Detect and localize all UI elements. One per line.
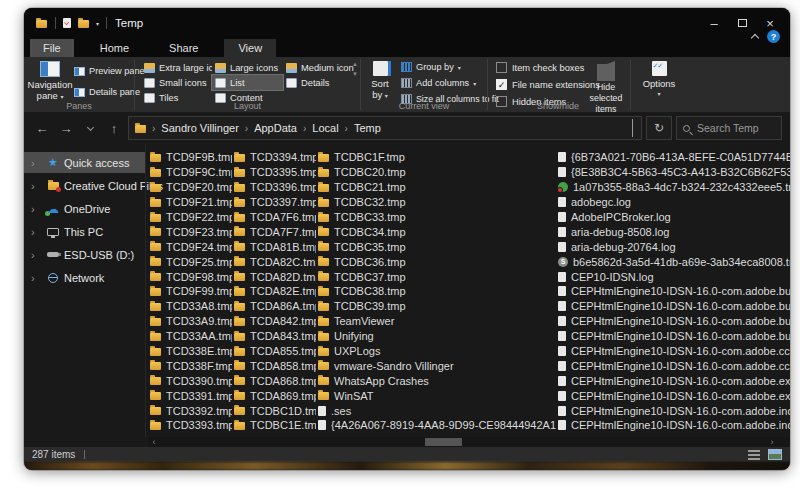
scroll-right-icon[interactable]: › <box>766 437 778 447</box>
properties-icon[interactable] <box>63 18 71 28</box>
list-item[interactable]: TCD9F25.tmp <box>150 254 232 269</box>
list-item[interactable]: .ses <box>318 403 556 418</box>
chevron-right-icon[interactable]: › <box>31 180 45 192</box>
address-dropdown-icon[interactable] <box>632 119 633 137</box>
file-list[interactable]: TCD9F9B.tmpTCD9F9C.tmpTCD9F20.tmpTCD9F21… <box>146 144 790 437</box>
breadcrumb-segment-temp[interactable]: Temp <box>354 122 381 134</box>
list-item[interactable]: TCD3390.tmp <box>150 373 232 388</box>
minimize-button[interactable]: – <box>700 11 728 35</box>
layout-option-large-icons[interactable]: Large icons <box>212 60 283 75</box>
list-item[interactable]: TCD9F98.tmp <box>150 269 232 284</box>
breadcrumb[interactable]: › Sandro Villinger›AppData›Local›Temp <box>128 116 642 140</box>
list-item[interactable]: TCD3397.tmp <box>234 195 316 210</box>
list-item[interactable]: CEPHtmlEngine10-IDSN-16.0-com.adobe.ccx.… <box>558 344 790 359</box>
list-item[interactable]: TCD9F22.tmp <box>150 210 232 225</box>
sidebar-item-esd-usb-d[interactable]: ›ESD-USB (D:) <box>24 244 146 265</box>
list-item[interactable]: TCDA82C.tmp <box>234 254 316 269</box>
list-item[interactable]: aria-debug-20764.log <box>558 239 790 254</box>
tab-share[interactable]: Share <box>155 39 212 57</box>
list-item[interactable]: Unifying <box>318 329 556 344</box>
chevron-right-icon[interactable]: › <box>31 249 45 261</box>
list-item[interactable]: {6B73A021-70B6-413A-8EFE-C0A51D7744B1} -… <box>558 150 790 165</box>
checkbox-icon[interactable]: ✓ <box>496 79 507 90</box>
list-item[interactable]: TCDBC35.tmp <box>318 239 556 254</box>
scroll-left-icon[interactable]: ‹ <box>148 437 160 447</box>
list-item[interactable]: TCDA82D.tmp <box>234 269 316 284</box>
list-item[interactable]: CEPHtmlEngine10-IDSN-16.0-com.adobe.ccx.… <box>558 358 790 373</box>
list-item[interactable]: TCD9F24.tmp <box>150 239 232 254</box>
gallery-down-icon[interactable]: ▼ <box>352 71 358 77</box>
back-button[interactable]: ← <box>32 118 52 138</box>
list-item[interactable]: TCD338F.tmp <box>150 358 232 373</box>
list-item[interactable]: CEPHtmlEngine10-IDSN-16.0-com.adobe.expe… <box>558 373 790 388</box>
sidebar-item-onedrive[interactable]: ›OneDrive <box>24 198 146 219</box>
list-item[interactable]: TCDBC34.tmp <box>318 224 556 239</box>
gallery-scroll[interactable]: ▲ ▼ <box>352 61 358 77</box>
tab-file[interactable]: File <box>30 39 74 57</box>
list-item[interactable]: TCD9F20.tmp <box>150 180 232 195</box>
list-item[interactable]: TCD33A9.tmp <box>150 314 232 329</box>
sidebar-item-this-pc[interactable]: ›This PC <box>24 221 146 242</box>
list-item[interactable]: TCD33AA.tmp <box>150 329 232 344</box>
list-item[interactable]: TCDBC1F.tmp <box>318 150 556 165</box>
list-item[interactable]: TCDBC38.tmp <box>318 284 556 299</box>
search-input[interactable] <box>695 121 775 135</box>
list-item[interactable]: TCD338E.tmp <box>150 344 232 359</box>
thumbnail-view-toggle-icon[interactable] <box>768 449 782 460</box>
list-item[interactable]: TCDBC39.tmp <box>318 299 556 314</box>
layout-option-details[interactable]: Details <box>283 75 354 90</box>
list-item[interactable]: vmware-Sandro Villinger <box>318 358 556 373</box>
list-item[interactable]: TCDA842.tmp <box>234 314 316 329</box>
list-item[interactable]: TCD3393.tmp <box>150 418 232 433</box>
list-item[interactable]: TCDA86A.tmp <box>234 299 316 314</box>
list-item[interactable]: CEPHtmlEngine10-IDSN-16.0-com.adobe.expe… <box>558 388 790 403</box>
list-item[interactable]: TCDBC1D.tmp <box>234 403 316 418</box>
list-item[interactable]: UXPLogs <box>318 344 556 359</box>
list-item[interactable]: {4A26A067-8919-4AA8-9D99-CE98444942A1} -… <box>318 418 556 433</box>
list-item[interactable]: CEPHtmlEngine10-IDSN-16.0-com.adobe.butl… <box>558 284 790 299</box>
chevron-right-icon[interactable]: › <box>31 203 45 215</box>
list-item[interactable]: TCD3392.tmp <box>150 403 232 418</box>
list-item[interactable]: CEPHtmlEngine10-IDSN-16.0-com.adobe.inde… <box>558 418 790 433</box>
list-item[interactable]: TCDBC20.tmp <box>318 165 556 180</box>
qat-dropdown-icon[interactable]: ▾ <box>96 20 99 27</box>
list-item[interactable]: TCD3394.tmp <box>234 150 316 165</box>
list-item[interactable]: TCDA82E.tmp <box>234 284 316 299</box>
list-item[interactable]: CEPHtmlEngine10-IDSN-16.0-com.adobe.butl… <box>558 329 790 344</box>
search-box[interactable] <box>676 116 782 140</box>
list-item[interactable]: CEP10-IDSN.log <box>558 269 790 284</box>
layout-option-extra-large-icons[interactable]: Extra large icons <box>141 60 212 75</box>
list-item[interactable]: aria-debug-8508.log <box>558 224 790 239</box>
sidebar-item-quick-access[interactable]: ›Quick access <box>24 152 146 173</box>
horizontal-scrollbar[interactable]: ‹ › <box>148 437 790 447</box>
sidebar-item-network[interactable]: ›Network <box>24 267 146 288</box>
list-item[interactable]: TCDBC1E.tmp <box>234 418 316 433</box>
list-item[interactable]: TCDBC21.tmp <box>318 180 556 195</box>
list-item[interactable]: WhatsApp Crashes <box>318 373 556 388</box>
list-item[interactable]: TCDA7F7.tmp <box>234 224 316 239</box>
details-view-toggle-icon[interactable] <box>748 450 760 460</box>
list-item[interactable]: TCD9F9B.tmp <box>150 150 232 165</box>
tab-home[interactable]: Home <box>86 39 143 57</box>
list-item[interactable]: TCD3391.tmp <box>150 388 232 403</box>
refresh-button[interactable]: ↻ <box>646 116 672 140</box>
list-item[interactable]: TCDA868.tmp <box>234 373 316 388</box>
list-item[interactable]: CEPHtmlEngine10-IDSN-16.0-com.adobe.butl… <box>558 314 790 329</box>
up-button[interactable]: ↑ <box>104 118 124 138</box>
chevron-right-icon[interactable]: › <box>31 272 45 284</box>
list-item[interactable]: TCDBC36.tmp <box>318 254 556 269</box>
list-item[interactable]: 1a07b355-88a3-4dc7-b324-232c4332eee5.tmp… <box>558 180 790 195</box>
breadcrumb-segment-local[interactable]: Local <box>312 122 338 134</box>
list-item[interactable]: TCD9F9C.tmp <box>150 165 232 180</box>
list-item[interactable]: TCD9F99.tmp <box>150 284 232 299</box>
list-item[interactable]: AdobeIPCBroker.log <box>558 210 790 225</box>
scrollbar-thumb[interactable] <box>425 438 462 446</box>
chevron-right-icon[interactable]: › <box>31 157 45 169</box>
list-item[interactable]: adobegc.log <box>558 195 790 210</box>
list-item[interactable]: TCD3396.tmp <box>234 180 316 195</box>
layout-option-small-icons[interactable]: Small icons <box>141 75 212 90</box>
list-item[interactable]: TCDA843.tmp <box>234 329 316 344</box>
list-item[interactable]: WinSAT <box>318 388 556 403</box>
list-item[interactable]: {8E38B3C4-5B63-45C3-A413-B32C6B62F532} -… <box>558 165 790 180</box>
list-item[interactable]: TCDA869.tmp <box>234 388 316 403</box>
